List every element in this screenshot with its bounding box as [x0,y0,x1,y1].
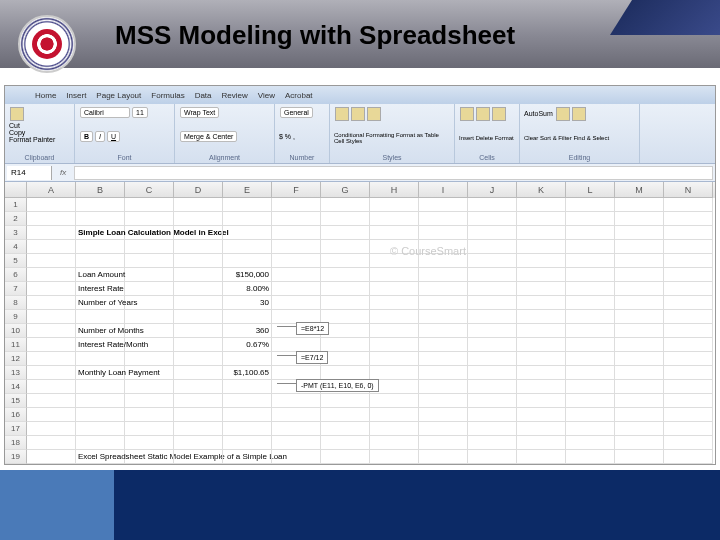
cell-F19[interactable] [272,450,321,464]
cell-G7[interactable] [321,282,370,296]
row-header-12[interactable]: 12 [5,352,27,366]
cell-G6[interactable] [321,268,370,282]
cell-L4[interactable] [566,240,615,254]
row-header-10[interactable]: 10 [5,324,27,338]
cell-I16[interactable] [419,408,468,422]
cell-I11[interactable] [419,338,468,352]
cell-L14[interactable] [566,380,615,394]
cell-I15[interactable] [419,394,468,408]
cell-N19[interactable] [664,450,713,464]
cell-K10[interactable] [517,324,566,338]
cell-D10[interactable] [174,324,223,338]
cell-M19[interactable] [615,450,664,464]
cell-B1[interactable] [76,198,125,212]
cell-B6[interactable]: Loan Amount [76,268,125,282]
cell-N9[interactable] [664,310,713,324]
cell-B10[interactable]: Number of Months [76,324,125,338]
cell-N13[interactable] [664,366,713,380]
cell-H12[interactable] [370,352,419,366]
cell-E19[interactable] [223,450,272,464]
cell-H6[interactable] [370,268,419,282]
cell-E18[interactable] [223,436,272,450]
cell-N17[interactable] [664,422,713,436]
cell-L8[interactable] [566,296,615,310]
cell-I3[interactable] [419,226,468,240]
cell-J4[interactable] [468,240,517,254]
cell-N4[interactable] [664,240,713,254]
cell-J19[interactable] [468,450,517,464]
cell-C5[interactable] [125,254,174,268]
cell-H17[interactable] [370,422,419,436]
cell-A18[interactable] [27,436,76,450]
cell-K14[interactable] [517,380,566,394]
col-B[interactable]: B [76,182,125,198]
row-header-18[interactable]: 18 [5,436,27,450]
col-C[interactable]: C [125,182,174,198]
cell-D18[interactable] [174,436,223,450]
row-header-2[interactable]: 2 [5,212,27,226]
cell-E16[interactable] [223,408,272,422]
col-N[interactable]: N [664,182,713,198]
cell-L13[interactable] [566,366,615,380]
cell-C3[interactable] [125,226,174,240]
cell-L11[interactable] [566,338,615,352]
cell-E6[interactable]: $150,000 [223,268,272,282]
cell-M4[interactable] [615,240,664,254]
cell-A4[interactable] [27,240,76,254]
cell-H18[interactable] [370,436,419,450]
cell-B2[interactable] [76,212,125,226]
cell-K17[interactable] [517,422,566,436]
cell-A16[interactable] [27,408,76,422]
autosum-button[interactable]: AutoSum [524,110,553,117]
cell-J7[interactable] [468,282,517,296]
cell-L12[interactable] [566,352,615,366]
cell-C7[interactable] [125,282,174,296]
cell-M16[interactable] [615,408,664,422]
cell-H10[interactable] [370,324,419,338]
cell-A9[interactable] [27,310,76,324]
paste-icon[interactable] [10,107,24,121]
cell-K4[interactable] [517,240,566,254]
cell-G11[interactable] [321,338,370,352]
cell-G15[interactable] [321,394,370,408]
cell-H8[interactable] [370,296,419,310]
cell-E3[interactable] [223,226,272,240]
cell-K18[interactable] [517,436,566,450]
cell-M11[interactable] [615,338,664,352]
cell-E7[interactable]: 8.00% [223,282,272,296]
cell-N5[interactable] [664,254,713,268]
cell-B17[interactable] [76,422,125,436]
cell-A11[interactable] [27,338,76,352]
cell-L10[interactable] [566,324,615,338]
cell-H19[interactable] [370,450,419,464]
tab-review[interactable]: Review [222,91,248,100]
cell-K15[interactable] [517,394,566,408]
cell-K7[interactable] [517,282,566,296]
cell-C8[interactable] [125,296,174,310]
cell-J10[interactable] [468,324,517,338]
cell-K6[interactable] [517,268,566,282]
cell-D1[interactable] [174,198,223,212]
cell-A14[interactable] [27,380,76,394]
cell-D3[interactable] [174,226,223,240]
cell-B15[interactable] [76,394,125,408]
cell-C12[interactable] [125,352,174,366]
cell-G16[interactable] [321,408,370,422]
cell-G2[interactable] [321,212,370,226]
cell-F1[interactable] [272,198,321,212]
cell-D17[interactable] [174,422,223,436]
cell-A8[interactable] [27,296,76,310]
sort-filter-icon[interactable] [556,107,570,121]
cell-H13[interactable] [370,366,419,380]
cell-N11[interactable] [664,338,713,352]
cell-H16[interactable] [370,408,419,422]
merge-center-button[interactable]: Merge & Center [180,131,237,142]
cell-I19[interactable] [419,450,468,464]
wrap-text-button[interactable]: Wrap Text [180,107,219,118]
row-header-7[interactable]: 7 [5,282,27,296]
cell-A10[interactable] [27,324,76,338]
cell-D16[interactable] [174,408,223,422]
cell-E12[interactable] [223,352,272,366]
cell-K19[interactable] [517,450,566,464]
cut-button[interactable]: Cut [9,122,20,129]
